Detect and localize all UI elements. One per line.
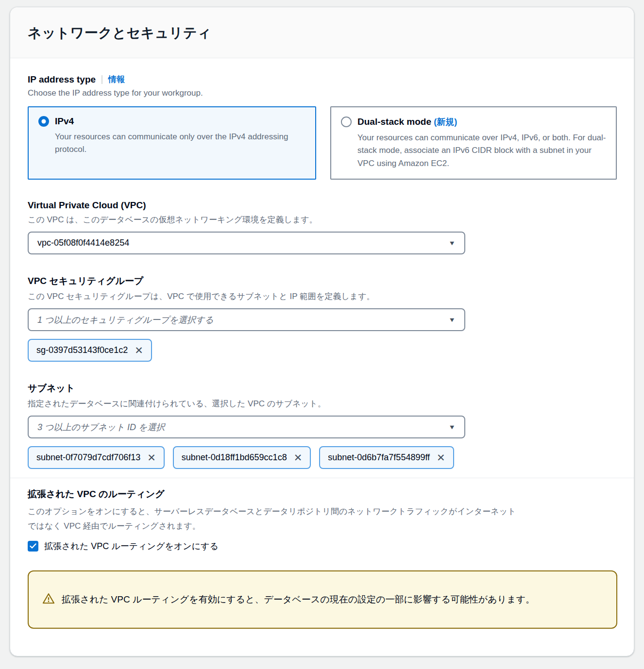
subnet-token: subnet-0d6b7fa7f554899ff ✕ xyxy=(319,446,454,469)
label-divider xyxy=(102,75,102,84)
subnet-token-label: subnet-0f7079d7cdf706f13 xyxy=(36,452,140,463)
security-group-section: VPC セキュリティグループ この VPC セキュリティグループは、VPC で使… xyxy=(28,275,616,362)
security-group-token-label: sg-0397d53143f0ce1c2 xyxy=(36,345,128,355)
chevron-down-icon: ▼ xyxy=(448,423,456,430)
radio-tile-dual-stack-title: Dual-stack mode (新規) xyxy=(357,116,457,128)
enhanced-vpc-routing-checkbox-row[interactable]: 拡張された VPC ルーティングをオンにする xyxy=(28,540,616,552)
security-group-label: VPC セキュリティグループ xyxy=(28,275,616,287)
security-group-select[interactable]: 1 つ以上のセキュリティグループを選択する ▼ xyxy=(28,308,465,331)
enhanced-vpc-routing-label: 拡張された VPC のルーティング xyxy=(28,488,616,501)
close-icon[interactable]: ✕ xyxy=(436,452,446,464)
vpc-section: Virtual Private Cloud (VPC) この VPC は、このデ… xyxy=(28,200,616,254)
warning-icon xyxy=(42,592,55,607)
vpc-description: この VPC は、このデータベースの仮想ネットワーキング環境を定義します。 xyxy=(28,214,616,225)
subnet-select[interactable]: 3 つ以上のサブネット ID を選択 ▼ xyxy=(28,416,465,438)
warning-text: 拡張された VPC ルーティングを有効にすると、データベースの現在の設定の一部に… xyxy=(62,591,535,608)
radio-button-dual-stack[interactable] xyxy=(341,117,352,127)
vpc-select-value: vpc-05f08f0f4414e8254 xyxy=(37,238,129,248)
ip-address-type-description: Choose the IP address type for your work… xyxy=(28,88,616,98)
close-icon[interactable]: ✕ xyxy=(134,344,144,356)
ip-address-type-section: IP address type 情報 Choose the IP address… xyxy=(28,74,616,180)
radio-tile-ipv4-description: Your resources can communicate only over… xyxy=(55,131,305,156)
network-security-panel: ネットワークとセキュリティ IP address type 情報 Choose … xyxy=(10,7,634,656)
enhanced-vpc-routing-description: このオプションをオンにすると、サーバーレスデータベースとデータリポジトリ間のネッ… xyxy=(28,504,523,534)
subnet-placeholder: 3 つ以上のサブネット ID を選択 xyxy=(37,421,165,433)
radio-tile-dual-stack-description: Your resources can communicate over IPv4… xyxy=(357,132,606,170)
subnet-token: subnet-0f7079d7cdf706f13 ✕ xyxy=(28,446,165,469)
subnet-token-label: subnet-0d6b7fa7f554899ff xyxy=(328,452,430,463)
chevron-down-icon: ▼ xyxy=(448,316,456,323)
subnet-token: subnet-0d18ff1bd659cc1c8 ✕ xyxy=(173,446,311,469)
subnet-section: サブネット 指定されたデータベースに関連付けられている、選択した VPC のサブ… xyxy=(28,382,616,469)
radio-tile-ipv4[interactable]: IPv4 Your resources can communicate only… xyxy=(28,106,316,180)
vpc-label: Virtual Private Cloud (VPC) xyxy=(28,200,616,211)
security-group-placeholder: 1 つ以上のセキュリティグループを選択する xyxy=(37,314,214,326)
radio-button-ipv4[interactable] xyxy=(38,116,49,127)
subnet-description: 指定されたデータベースに関連付けられている、選択した VPC のサブネット。 xyxy=(28,398,616,409)
radio-tile-dual-stack[interactable]: Dual-stack mode (新規) Your resources can … xyxy=(330,106,617,180)
warning-alert: 拡張された VPC ルーティングを有効にすると、データベースの現在の設定の一部に… xyxy=(28,570,617,629)
subnet-token-label: subnet-0d18ff1bd659cc1c8 xyxy=(182,452,287,463)
security-group-token: sg-0397d53143f0ce1c2 ✕ xyxy=(28,339,152,362)
close-icon[interactable]: ✕ xyxy=(146,452,157,464)
vpc-select[interactable]: vpc-05f08f0f4414e8254 ▼ xyxy=(28,232,465,254)
chevron-down-icon: ▼ xyxy=(448,239,456,246)
security-group-description: この VPC セキュリティグループは、VPC で使用できるサブネットと IP 範… xyxy=(28,291,616,302)
panel-title: ネットワークとセキュリティ xyxy=(28,24,616,42)
checkbox-checked-icon[interactable] xyxy=(28,541,38,552)
info-link[interactable]: 情報 xyxy=(108,74,125,85)
subnet-label: サブネット xyxy=(28,382,616,395)
close-icon[interactable]: ✕ xyxy=(293,452,304,464)
new-badge: (新規) xyxy=(434,117,457,127)
radio-tile-ipv4-title: IPv4 xyxy=(55,116,74,127)
ip-address-type-label: IP address type xyxy=(28,74,96,85)
enhanced-vpc-routing-section: 拡張された VPC のルーティング このオプションをオンにすると、サーバーレスデ… xyxy=(28,488,616,552)
enhanced-vpc-routing-checkbox-label: 拡張された VPC ルーティングをオンにする xyxy=(44,540,219,552)
panel-header: ネットワークとセキュリティ xyxy=(10,7,634,58)
